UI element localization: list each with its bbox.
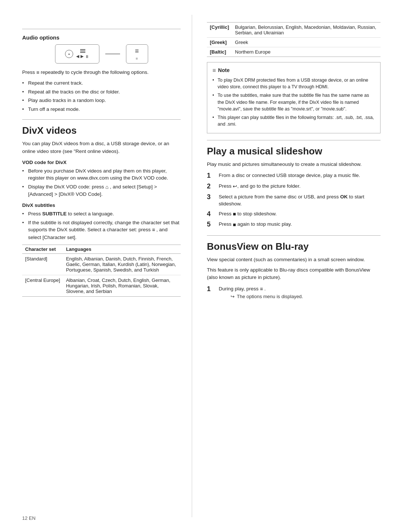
- step-1-text: From a disc or connected USB storage dev…: [219, 172, 360, 179]
- audio-options-description: Press ≡ repeatedly to cycle through the …: [22, 69, 181, 76]
- remote-device: ≡ ≡: [126, 44, 148, 64]
- step-1: 1 From a disc or connected USB storage d…: [207, 172, 381, 180]
- list-item: Repeat the current track.: [22, 79, 181, 87]
- bonusview-sub-arrow: ↪ The options menu is displayed.: [231, 293, 303, 300]
- list-item: Play audio tracks in a random loop.: [22, 97, 181, 104]
- bonusview-intro1: View special content (such as commentari…: [207, 256, 381, 263]
- table-row: [Baltic] Northern Europe: [207, 47, 381, 57]
- step-4: 4 Press ■ to stop slideshow.: [207, 210, 381, 218]
- table-row: [Greek] Greek: [207, 38, 381, 47]
- disc-icon: ●: [65, 50, 73, 58]
- bonusview-step-1: 1 During play, press ≡ . ↪ The options m…: [207, 285, 381, 300]
- menu-list-icon: ≡: [135, 47, 139, 55]
- slideshow-title: Play a musical slideshow: [207, 146, 381, 157]
- vod-list: Before you purchase DivX videos and play…: [22, 167, 181, 198]
- table-row: [Central Europe] Albanian, Croat, Czech,…: [22, 275, 181, 297]
- right-column: [Cyrillic] Bulgarian, Belorussian, Engli…: [192, 15, 399, 517]
- note-list: To play DivX DRM protected files from a …: [212, 77, 375, 127]
- lang-value: Bulgarian, Belorussian, English, Macedon…: [232, 23, 381, 38]
- options-menu-icon: ≡: [260, 285, 263, 293]
- list-item: This player can play subtitle files in t…: [212, 114, 375, 127]
- bonusview-divider: [207, 235, 381, 236]
- list-item: Turn off a repeat mode.: [22, 106, 181, 113]
- player-controls: ◀ ▶ ⏸: [76, 54, 89, 59]
- step-2-text: Press ↩, and go to the picture folder.: [219, 183, 300, 190]
- note-icon: ≡: [212, 66, 216, 75]
- pause-icon: ⏸: [85, 54, 89, 59]
- slideshow-intro: Play music and pictures simultaneously t…: [207, 161, 381, 168]
- audio-options-title: Audio options: [22, 34, 181, 41]
- list-item: To use the subtitles, make sure that the…: [212, 92, 375, 112]
- divx-title: DivX videos: [22, 125, 181, 136]
- bonusview-step-1-content: During play, press ≡ . ↪ The options men…: [219, 285, 303, 300]
- list-item: Press SUBTITLE to select a language.: [22, 210, 181, 218]
- slideshow-steps: 1 From a disc or connected USB storage d…: [207, 172, 381, 229]
- list-item: If the subtitle is not displayed correct…: [22, 219, 181, 241]
- char-key: [Central Europe]: [22, 275, 63, 297]
- bonusview-steps: 1 During play, press ≡ . ↪ The options m…: [207, 285, 381, 300]
- stop-icon: ■: [233, 210, 236, 218]
- char-value: Albanian, Croat, Czech, Dutch, English, …: [63, 275, 181, 297]
- audio-options-list: Repeat the current track. Repeat all the…: [22, 79, 181, 113]
- char-key: [Standard]: [22, 254, 63, 275]
- character-set-table: Character set Languages [Standard] Engli…: [22, 245, 181, 297]
- lang-key: [Greek]: [207, 38, 232, 47]
- bonusview-step-1-text: During play, press ≡ .: [219, 285, 303, 293]
- eq-bars-icon: [80, 49, 85, 53]
- list-item: Repeat all the tracks on the disc or fol…: [22, 88, 181, 96]
- subtitles-heading: DivX subtitles: [22, 202, 181, 208]
- divx-divider: [22, 119, 181, 120]
- bonusview-title: BonusView on Blu-ray: [207, 241, 381, 252]
- lang-value: Greek: [232, 38, 381, 47]
- subtitle-list: Press SUBTITLE to select a language. If …: [22, 210, 181, 241]
- connection-line: [105, 54, 120, 54]
- slideshow-divider: [207, 140, 381, 140]
- table-row: [Standard] English, Albanian, Danish, Du…: [22, 254, 181, 275]
- list-item: Display the DivX VOD code: press ⌂ , and…: [22, 183, 181, 198]
- bonusview-sub-text: The options menu is displayed.: [237, 293, 303, 300]
- list-item: Before you purchase DivX videos and play…: [22, 167, 181, 182]
- lang-key: [Baltic]: [207, 47, 232, 57]
- home-icon: ⌂: [105, 183, 108, 191]
- note-header: ≡ Note: [212, 66, 375, 75]
- step-4-text: Press ■ to stop slideshow.: [219, 210, 277, 218]
- table-col2-header: Languages: [63, 245, 181, 254]
- lang-value: Northern Europe: [232, 47, 381, 57]
- step-5-text: Press ■ again to stop music play.: [219, 221, 292, 228]
- top-divider: [22, 29, 181, 29]
- step-5: 5 Press ■ again to stop music play.: [207, 221, 381, 229]
- char-value: English, Albanian, Danish, Dutch, Finnis…: [63, 254, 181, 275]
- player-device: ● ◀ ▶ ⏸: [55, 44, 99, 64]
- vod-heading: VOD code for DivX: [22, 160, 181, 165]
- arrow-icon: ↪: [231, 293, 235, 300]
- step-2: 2 Press ↩, and go to the picture folder.: [207, 183, 381, 191]
- prev-icon: ◀: [76, 54, 79, 59]
- list-item: To play DivX DRM protected files from a …: [212, 77, 375, 90]
- bonusview-intro2: This feature is only applicable to Blu-r…: [207, 266, 381, 282]
- step-3: 3 Select a picture from the same disc or…: [207, 193, 381, 208]
- play-icon: ▶: [81, 54, 83, 59]
- language-table: [Cyrillic] Bulgarian, Belorussian, Engli…: [207, 22, 381, 57]
- step-3-text: Select a picture from the same disc or U…: [219, 193, 381, 208]
- back-icon: ↩: [233, 183, 237, 190]
- table-col1-header: Character set: [22, 245, 63, 254]
- note-label: Note: [218, 66, 229, 74]
- note-box: ≡ Note To play DivX DRM protected files …: [207, 62, 381, 133]
- table-row: [Cyrillic] Bulgarian, Belorussian, Engli…: [207, 23, 381, 38]
- page-footer: 12 EN: [22, 515, 35, 521]
- audio-options-device-image: ● ◀ ▶ ⏸ ≡ ≡: [22, 44, 181, 64]
- options-icon: ≡: [36, 69, 39, 76]
- left-column: Audio options ● ◀ ▶ ⏸: [0, 15, 192, 517]
- options-icon-2: ≡: [152, 226, 155, 233]
- divx-intro: You can play DivX videos from a disc, a …: [22, 140, 181, 155]
- lang-key: [Cyrillic]: [207, 23, 232, 38]
- stop-icon-2: ■: [233, 221, 236, 228]
